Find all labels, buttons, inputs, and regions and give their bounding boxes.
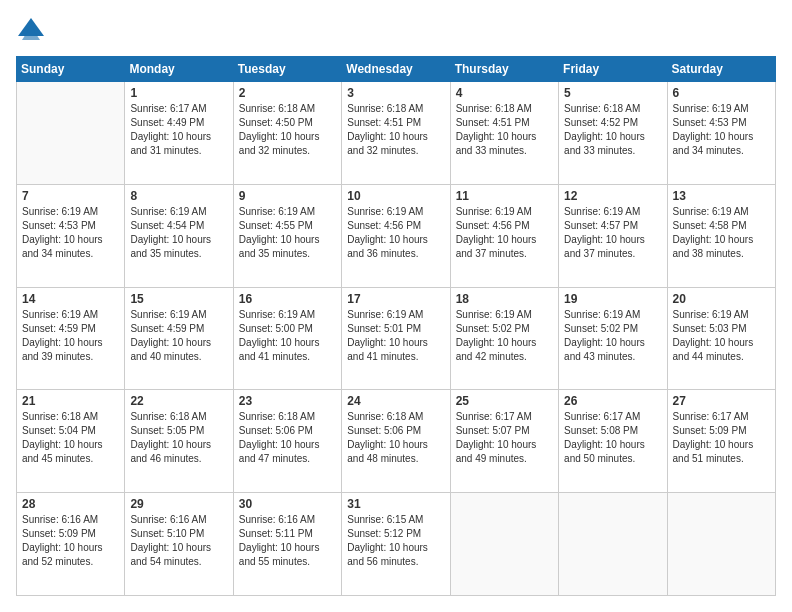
- calendar-day: [450, 493, 558, 596]
- calendar-day: 9 Sunrise: 6:19 AMSunset: 4:55 PMDayligh…: [233, 184, 341, 287]
- day-info: Sunrise: 6:19 AMSunset: 4:53 PMDaylight:…: [22, 206, 103, 259]
- page: SundayMondayTuesdayWednesdayThursdayFrid…: [0, 0, 792, 612]
- calendar-day: [667, 493, 775, 596]
- calendar-table: SundayMondayTuesdayWednesdayThursdayFrid…: [16, 56, 776, 596]
- day-info: Sunrise: 6:17 AMSunset: 5:08 PMDaylight:…: [564, 411, 645, 464]
- calendar-week-4: 28 Sunrise: 6:16 AMSunset: 5:09 PMDaylig…: [17, 493, 776, 596]
- day-number: 12: [564, 189, 661, 203]
- calendar-day: 13 Sunrise: 6:19 AMSunset: 4:58 PMDaylig…: [667, 184, 775, 287]
- day-number: 6: [673, 86, 770, 100]
- calendar-header-wednesday: Wednesday: [342, 57, 450, 82]
- day-info: Sunrise: 6:18 AMSunset: 5:06 PMDaylight:…: [347, 411, 428, 464]
- calendar-day: 10 Sunrise: 6:19 AMSunset: 4:56 PMDaylig…: [342, 184, 450, 287]
- calendar-day: 3 Sunrise: 6:18 AMSunset: 4:51 PMDayligh…: [342, 82, 450, 185]
- day-number: 1: [130, 86, 227, 100]
- calendar-day: [559, 493, 667, 596]
- calendar-day: 26 Sunrise: 6:17 AMSunset: 5:08 PMDaylig…: [559, 390, 667, 493]
- day-number: 7: [22, 189, 119, 203]
- day-info: Sunrise: 6:19 AMSunset: 4:55 PMDaylight:…: [239, 206, 320, 259]
- calendar-day: 21 Sunrise: 6:18 AMSunset: 5:04 PMDaylig…: [17, 390, 125, 493]
- day-info: Sunrise: 6:18 AMSunset: 4:51 PMDaylight:…: [347, 103, 428, 156]
- day-info: Sunrise: 6:18 AMSunset: 5:05 PMDaylight:…: [130, 411, 211, 464]
- day-number: 22: [130, 394, 227, 408]
- day-info: Sunrise: 6:19 AMSunset: 4:59 PMDaylight:…: [130, 309, 211, 362]
- day-number: 21: [22, 394, 119, 408]
- day-number: 2: [239, 86, 336, 100]
- calendar-day: 25 Sunrise: 6:17 AMSunset: 5:07 PMDaylig…: [450, 390, 558, 493]
- day-info: Sunrise: 6:19 AMSunset: 5:01 PMDaylight:…: [347, 309, 428, 362]
- calendar-day: 2 Sunrise: 6:18 AMSunset: 4:50 PMDayligh…: [233, 82, 341, 185]
- day-number: 23: [239, 394, 336, 408]
- day-number: 20: [673, 292, 770, 306]
- day-number: 31: [347, 497, 444, 511]
- day-number: 19: [564, 292, 661, 306]
- calendar-day: 11 Sunrise: 6:19 AMSunset: 4:56 PMDaylig…: [450, 184, 558, 287]
- calendar-day: 29 Sunrise: 6:16 AMSunset: 5:10 PMDaylig…: [125, 493, 233, 596]
- calendar-day: 27 Sunrise: 6:17 AMSunset: 5:09 PMDaylig…: [667, 390, 775, 493]
- day-info: Sunrise: 6:19 AMSunset: 4:58 PMDaylight:…: [673, 206, 754, 259]
- day-info: Sunrise: 6:18 AMSunset: 4:52 PMDaylight:…: [564, 103, 645, 156]
- calendar-header-friday: Friday: [559, 57, 667, 82]
- day-number: 13: [673, 189, 770, 203]
- day-info: Sunrise: 6:18 AMSunset: 4:51 PMDaylight:…: [456, 103, 537, 156]
- day-info: Sunrise: 6:19 AMSunset: 4:56 PMDaylight:…: [456, 206, 537, 259]
- calendar-day: 19 Sunrise: 6:19 AMSunset: 5:02 PMDaylig…: [559, 287, 667, 390]
- day-info: Sunrise: 6:18 AMSunset: 5:04 PMDaylight:…: [22, 411, 103, 464]
- day-number: 17: [347, 292, 444, 306]
- day-info: Sunrise: 6:19 AMSunset: 5:02 PMDaylight:…: [456, 309, 537, 362]
- day-number: 29: [130, 497, 227, 511]
- calendar-day: 17 Sunrise: 6:19 AMSunset: 5:01 PMDaylig…: [342, 287, 450, 390]
- day-info: Sunrise: 6:15 AMSunset: 5:12 PMDaylight:…: [347, 514, 428, 567]
- calendar-day: 8 Sunrise: 6:19 AMSunset: 4:54 PMDayligh…: [125, 184, 233, 287]
- day-info: Sunrise: 6:17 AMSunset: 5:07 PMDaylight:…: [456, 411, 537, 464]
- calendar-week-1: 7 Sunrise: 6:19 AMSunset: 4:53 PMDayligh…: [17, 184, 776, 287]
- calendar-day: 18 Sunrise: 6:19 AMSunset: 5:02 PMDaylig…: [450, 287, 558, 390]
- day-number: 27: [673, 394, 770, 408]
- calendar-day: 31 Sunrise: 6:15 AMSunset: 5:12 PMDaylig…: [342, 493, 450, 596]
- calendar-day: 23 Sunrise: 6:18 AMSunset: 5:06 PMDaylig…: [233, 390, 341, 493]
- day-info: Sunrise: 6:18 AMSunset: 4:50 PMDaylight:…: [239, 103, 320, 156]
- day-info: Sunrise: 6:19 AMSunset: 5:02 PMDaylight:…: [564, 309, 645, 362]
- calendar-header-monday: Monday: [125, 57, 233, 82]
- day-info: Sunrise: 6:19 AMSunset: 5:00 PMDaylight:…: [239, 309, 320, 362]
- calendar-day: 1 Sunrise: 6:17 AMSunset: 4:49 PMDayligh…: [125, 82, 233, 185]
- day-number: 25: [456, 394, 553, 408]
- day-info: Sunrise: 6:16 AMSunset: 5:11 PMDaylight:…: [239, 514, 320, 567]
- calendar-day: 12 Sunrise: 6:19 AMSunset: 4:57 PMDaylig…: [559, 184, 667, 287]
- day-number: 18: [456, 292, 553, 306]
- day-info: Sunrise: 6:19 AMSunset: 4:56 PMDaylight:…: [347, 206, 428, 259]
- day-info: Sunrise: 6:17 AMSunset: 4:49 PMDaylight:…: [130, 103, 211, 156]
- calendar-day: 22 Sunrise: 6:18 AMSunset: 5:05 PMDaylig…: [125, 390, 233, 493]
- calendar-header-saturday: Saturday: [667, 57, 775, 82]
- day-info: Sunrise: 6:16 AMSunset: 5:09 PMDaylight:…: [22, 514, 103, 567]
- logo-icon: [16, 16, 46, 46]
- day-number: 5: [564, 86, 661, 100]
- header: [16, 16, 776, 46]
- day-info: Sunrise: 6:16 AMSunset: 5:10 PMDaylight:…: [130, 514, 211, 567]
- calendar-week-2: 14 Sunrise: 6:19 AMSunset: 4:59 PMDaylig…: [17, 287, 776, 390]
- day-info: Sunrise: 6:19 AMSunset: 4:57 PMDaylight:…: [564, 206, 645, 259]
- day-number: 14: [22, 292, 119, 306]
- calendar-day: 5 Sunrise: 6:18 AMSunset: 4:52 PMDayligh…: [559, 82, 667, 185]
- calendar-day: 20 Sunrise: 6:19 AMSunset: 5:03 PMDaylig…: [667, 287, 775, 390]
- calendar-week-0: 1 Sunrise: 6:17 AMSunset: 4:49 PMDayligh…: [17, 82, 776, 185]
- calendar-header-tuesday: Tuesday: [233, 57, 341, 82]
- day-number: 16: [239, 292, 336, 306]
- calendar-day: 24 Sunrise: 6:18 AMSunset: 5:06 PMDaylig…: [342, 390, 450, 493]
- day-number: 28: [22, 497, 119, 511]
- day-number: 8: [130, 189, 227, 203]
- day-number: 10: [347, 189, 444, 203]
- calendar-day: 28 Sunrise: 6:16 AMSunset: 5:09 PMDaylig…: [17, 493, 125, 596]
- day-info: Sunrise: 6:19 AMSunset: 4:53 PMDaylight:…: [673, 103, 754, 156]
- logo: [16, 16, 50, 46]
- day-number: 26: [564, 394, 661, 408]
- day-info: Sunrise: 6:19 AMSunset: 4:59 PMDaylight:…: [22, 309, 103, 362]
- day-number: 11: [456, 189, 553, 203]
- day-number: 3: [347, 86, 444, 100]
- day-number: 9: [239, 189, 336, 203]
- calendar-day: 6 Sunrise: 6:19 AMSunset: 4:53 PMDayligh…: [667, 82, 775, 185]
- day-number: 4: [456, 86, 553, 100]
- calendar-day: 4 Sunrise: 6:18 AMSunset: 4:51 PMDayligh…: [450, 82, 558, 185]
- calendar-header-sunday: Sunday: [17, 57, 125, 82]
- day-info: Sunrise: 6:19 AMSunset: 5:03 PMDaylight:…: [673, 309, 754, 362]
